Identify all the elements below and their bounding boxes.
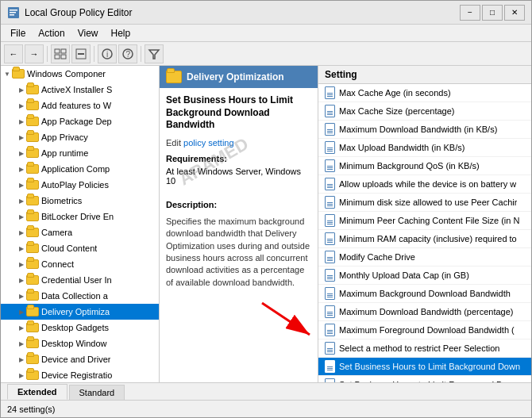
settings-list-item[interactable]: Minimum Peer Caching Content File Size (… — [318, 212, 531, 230]
tree-expand-icon[interactable]: ▶ — [17, 212, 26, 221]
settings-list-item[interactable]: Max Cache Size (percentage) — [318, 102, 531, 121]
tree-item[interactable]: ▶Credential User In — [1, 272, 159, 288]
folder-icon — [12, 67, 25, 80]
settings-list-item[interactable]: Select a method to restrict Peer Selecti… — [318, 339, 531, 358]
settings-item-text: Minimum Peer Caching Content File Size (… — [339, 216, 519, 225]
tree-items: ▶ActiveX Installer S▶Add features to W▶A… — [1, 82, 159, 382]
menu-help[interactable]: Help — [105, 26, 137, 40]
settings-list-item[interactable]: Max Upload Bandwidth (in KB/s) — [318, 139, 531, 157]
tree-expand-icon[interactable]: ▶ — [17, 291, 26, 301]
collapse-button[interactable] — [71, 44, 91, 63]
tree-item-label: Data Collection a — [41, 291, 108, 301]
close-button[interactable]: ✕ — [504, 5, 525, 21]
tab-standard[interactable]: Standard — [69, 385, 125, 400]
svg-rect-6 — [55, 55, 60, 59]
settings-list-item[interactable]: Max Cache Age (in seconds) — [318, 84, 531, 102]
settings-item-text: Allow uploads while the device is on bat… — [339, 179, 516, 189]
settings-list-item[interactable]: Set Business Hours to Limit Foreground D… — [318, 376, 531, 382]
edit-policy-link[interactable]: policy setting — [183, 138, 234, 148]
menu-action[interactable]: Action — [32, 26, 71, 40]
tree-folder-icon — [26, 321, 39, 334]
window-title: Local Group Policy Editor — [25, 7, 460, 18]
requirements-section: Requirements: — [166, 154, 311, 163]
back-button[interactable]: ← — [4, 44, 23, 63]
tree-item[interactable]: ▶App Package Dep — [1, 113, 159, 129]
settings-list-item[interactable]: Minimum disk size allowed to use Peer Ca… — [318, 194, 531, 212]
tree-item[interactable]: ▶App Privacy — [1, 129, 159, 145]
settings-item-text: Minimum disk size allowed to use Peer Ca… — [339, 197, 517, 207]
tree-expand-icon[interactable]: ▶ — [17, 132, 26, 142]
tree-panel: ▼ Windows Componer ▶ActiveX Installer S▶… — [1, 66, 160, 382]
forward-button[interactable]: → — [25, 44, 44, 63]
title-bar: Local Group Policy Editor − □ ✕ — [1, 1, 531, 25]
tree-item-label: Delivery Optimiza — [41, 307, 110, 316]
filter-button[interactable] — [145, 44, 164, 63]
tree-expand-icon[interactable]: ▶ — [17, 370, 26, 380]
properties-button[interactable]: i — [98, 44, 117, 63]
tree-item[interactable]: ▶Desktop Gadgets — [1, 320, 159, 336]
tree-item-label: Desktop Window — [41, 339, 107, 348]
tree-folder-icon — [26, 178, 39, 191]
settings-list-item[interactable]: Maximum Foreground Download Bandwidth ( — [318, 321, 531, 339]
tree-expand-icon[interactable]: ▶ — [17, 244, 26, 253]
status-bar: 24 setting(s) — [1, 400, 531, 417]
tree-item[interactable]: ▶BitLocker Drive En — [1, 209, 159, 224]
minimize-button[interactable]: − — [460, 5, 480, 21]
tree-item[interactable]: ▶Cloud Content — [1, 240, 159, 256]
tree-expand-icon[interactable]: ▶ — [17, 323, 26, 332]
settings-list-item[interactable]: Set Business Hours to Limit Background D… — [318, 358, 531, 376]
menu-file[interactable]: File — [4, 26, 32, 40]
tree-expand-icon[interactable]: ▶ — [17, 275, 26, 285]
tree-item[interactable]: ▶Application Comp — [1, 161, 159, 177]
tree-item[interactable]: ▶Desktop Window — [1, 336, 159, 351]
tree-item-label: BitLocker Drive En — [41, 212, 114, 221]
tree-expand-icon[interactable]: ▶ — [17, 259, 26, 269]
menu-view[interactable]: View — [71, 26, 105, 40]
svg-rect-1 — [10, 10, 17, 11]
tree-item[interactable]: ▶Device and Driver — [1, 351, 159, 367]
tree-root[interactable]: ▼ Windows Componer — [1, 66, 159, 82]
tree-item[interactable]: ▶Delivery Optimiza — [1, 304, 159, 320]
tree-item[interactable]: ▶Biometrics — [1, 193, 159, 209]
settings-list-item[interactable]: Maximum Download Bandwidth (in KB/s) — [318, 121, 531, 139]
tree-item[interactable]: ▶Data Collection a — [1, 288, 159, 304]
tree-expand-icon[interactable]: ▶ — [17, 355, 26, 364]
expand-icon[interactable]: ▼ — [2, 69, 12, 79]
tree-expand-icon[interactable]: ▶ — [17, 117, 26, 126]
status-text: 24 setting(s) — [7, 405, 56, 414]
maximize-button[interactable]: □ — [482, 5, 503, 21]
settings-list-item[interactable]: Minimum Background QoS (in KB/s) — [318, 157, 531, 175]
tree-item[interactable]: ▶Camera — [1, 224, 159, 240]
tree-folder-icon — [26, 210, 39, 223]
svg-marker-14 — [149, 50, 159, 59]
settings-list-item[interactable]: Maximum Download Bandwidth (percentage) — [318, 303, 531, 321]
settings-list-item[interactable]: Minimum RAM capacity (inclusive) require… — [318, 230, 531, 248]
tree-item[interactable]: ▶App runtime — [1, 145, 159, 161]
tree-item-label: Connect — [41, 259, 74, 269]
tree-item[interactable]: ▶AutoPlay Policies — [1, 177, 159, 193]
tree-expand-icon[interactable]: ▶ — [17, 307, 26, 316]
tree-expand-icon[interactable]: ▶ — [17, 164, 26, 174]
settings-list-item[interactable]: Modify Cache Drive — [318, 248, 531, 267]
settings-list-item[interactable]: Allow uploads while the device is on bat… — [318, 175, 531, 194]
tree-expand-icon[interactable]: ▶ — [17, 339, 26, 348]
tree-expand-icon[interactable]: ▶ — [17, 180, 26, 190]
tree-expand-icon[interactable]: ▶ — [17, 148, 26, 158]
settings-item-icon — [323, 269, 336, 282]
tree-expand-icon[interactable]: ▶ — [17, 85, 26, 94]
tree-expand-icon[interactable]: ▶ — [17, 228, 26, 237]
settings-list-item[interactable]: Monthly Upload Data Cap (in GB) — [318, 267, 531, 285]
tree-item[interactable]: ▶Connect — [1, 256, 159, 272]
show-tree-button[interactable] — [51, 44, 70, 63]
settings-item-icon — [323, 105, 336, 117]
tree-item[interactable]: ▶Device Registratio — [1, 367, 159, 382]
help-button[interactable]: ? — [118, 44, 137, 63]
tree-expand-icon[interactable]: ▶ — [17, 101, 26, 110]
desc-label-text: Description: — [166, 200, 217, 209]
tab-extended[interactable]: Extended — [7, 384, 67, 400]
tree-expand-icon[interactable]: ▶ — [17, 196, 26, 205]
tree-item[interactable]: ▶Add features to W — [1, 98, 159, 113]
tree-item[interactable]: ▶ActiveX Installer S — [1, 82, 159, 98]
settings-list-item[interactable]: Maximum Background Download Bandwidth — [318, 285, 531, 303]
tabs-bar: Extended Standard — [1, 382, 531, 400]
